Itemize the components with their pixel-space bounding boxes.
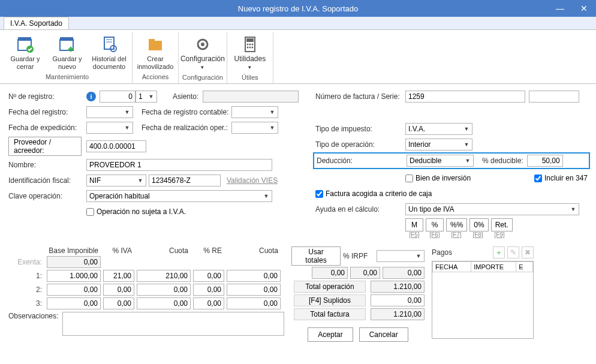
r1-cuota2[interactable]: [227, 270, 281, 282]
idfiscal-value-input[interactable]: [149, 175, 221, 186]
pagos-delete-icon[interactable]: ✖: [522, 246, 534, 258]
head-iva: % IVA: [103, 246, 134, 255]
observ-label: Observaciones:: [8, 312, 62, 320]
ayudacalc-label: Ayuda en el cálculo:: [315, 205, 405, 213]
calc-pct-button[interactable]: %: [426, 218, 444, 231]
svg-rect-5: [104, 37, 114, 49]
titlebar: Nuevo registro de I.V.A. Soportado — ✕: [0, 0, 596, 17]
irpf-combo[interactable]: ▼: [377, 250, 425, 262]
incl347-checkbox[interactable]: Incluir en 347: [534, 174, 588, 182]
utilities-button[interactable]: Utilidades▾: [231, 34, 269, 73]
serie-input[interactable]: [529, 91, 579, 103]
tab-iva-soportado[interactable]: I.V.A. Soportado: [4, 17, 69, 29]
numfact-input[interactable]: [405, 91, 525, 103]
pagos-add-icon[interactable]: ＋: [493, 246, 505, 258]
r2-re[interactable]: [193, 284, 224, 296]
regnum-a-input[interactable]: [100, 91, 136, 103]
r2-iva[interactable]: [103, 284, 134, 296]
close-button[interactable]: ✕: [572, 0, 596, 17]
fecha-real-input[interactable]: ▼: [231, 122, 278, 134]
row2-label: 2:: [8, 285, 44, 294]
calc-pctpct-button[interactable]: %%: [446, 218, 467, 231]
hint-f5: [F5]: [405, 231, 423, 238]
r3-base[interactable]: [47, 297, 101, 309]
idfiscal-type-combo[interactable]: NIF▼: [86, 175, 146, 186]
ribbon: Guardar y cerrar Guardar y nuevo Histori…: [0, 30, 596, 84]
irpf-c: [383, 267, 425, 279]
save-new-button[interactable]: Guardar y nuevo: [48, 34, 86, 72]
svg-point-19: [249, 47, 251, 49]
totalop-value: [371, 281, 425, 293]
usar-totales-button[interactable]: Usar totales: [291, 246, 341, 266]
r1-iva[interactable]: [103, 270, 134, 282]
pctded-input[interactable]: [527, 155, 563, 167]
suplidos-label[interactable]: [F4] Suplidos: [294, 294, 366, 306]
hint-f7: [F7]: [446, 231, 466, 238]
totalfact-label: Total factura: [294, 308, 366, 320]
pagos-head-importe: IMPORTE: [471, 262, 516, 272]
row1-label: 1:: [8, 272, 44, 280]
head-irpf: % IRPF: [343, 252, 374, 260]
head-cuota1: Cuota: [137, 246, 191, 255]
minimize-button[interactable]: —: [548, 0, 572, 17]
config-button[interactable]: Configuración▾: [183, 34, 222, 73]
proveedor-button[interactable]: Proveedor / acreedor:: [8, 137, 82, 156]
fecha-reg-input[interactable]: ▼: [86, 106, 133, 118]
r3-iva[interactable]: [103, 297, 134, 309]
gear-icon: [193, 35, 212, 54]
r3-cuota1[interactable]: [137, 297, 191, 309]
no-sujeta-checkbox[interactable]: Operación no sujeta a I.V.A.: [86, 207, 186, 216]
pagos-table[interactable]: FECHA IMPORTE E: [432, 261, 533, 272]
group-utils-label: Útiles: [231, 73, 269, 82]
claveop-combo[interactable]: Operación habitual▼: [86, 190, 272, 202]
fecha-reg-cont-input[interactable]: ▼: [231, 106, 278, 118]
svg-rect-10: [149, 39, 155, 42]
r2-base[interactable]: [47, 284, 101, 296]
row3-label: 3:: [8, 299, 44, 308]
tipoimp-combo[interactable]: I.V.A.▼: [405, 123, 472, 135]
r3-cuota2[interactable]: [227, 297, 281, 309]
claveop-label: Clave operación:: [8, 192, 86, 200]
totalfact-value: [371, 308, 425, 320]
ayudacalc-combo[interactable]: Un tipo de IVA▼: [405, 203, 579, 215]
suplidos-value[interactable]: [371, 294, 425, 306]
row-exenta-label: Exenta:: [8, 258, 44, 266]
r1-base[interactable]: [47, 270, 101, 282]
calc-m-button[interactable]: M: [405, 218, 423, 231]
observ-textarea[interactable]: [62, 312, 284, 336]
fecha-exp-input[interactable]: ▼: [86, 122, 133, 134]
svg-point-17: [251, 44, 253, 46]
fecha-real-label: Fecha de realización oper.:: [142, 124, 231, 132]
save-new-icon: [58, 35, 77, 54]
calculator-icon: [240, 35, 260, 54]
save-close-button[interactable]: Guardar y cerrar: [6, 34, 44, 72]
calc-zero-button[interactable]: 0%: [469, 218, 488, 231]
aceptar-button[interactable]: Aceptar: [308, 327, 353, 342]
calc-ret-button[interactable]: Ret.: [491, 218, 513, 231]
pagos-edit-icon[interactable]: ✎: [507, 246, 519, 258]
tipoop-combo[interactable]: Interior▼: [405, 139, 472, 151]
deduccion-combo[interactable]: Deducible▼: [407, 155, 474, 167]
r2-cuota2[interactable]: [227, 284, 281, 296]
head-base: Base Imponible: [47, 246, 101, 255]
hint-f8: [F8]: [469, 231, 487, 238]
info-icon[interactable]: i: [86, 92, 96, 101]
create-fixed-asset-button[interactable]: Crear inmovilizado: [136, 34, 174, 72]
regnum-b-combo[interactable]: 1▼: [136, 91, 157, 103]
vies-link[interactable]: Validación VIES: [227, 176, 278, 185]
group-actions-label: Acciones: [136, 72, 174, 82]
bieninv-checkbox[interactable]: Bien de inversión: [405, 174, 471, 182]
critcaja-checkbox[interactable]: Factura acogida a criterio de caja: [315, 189, 432, 198]
r1-cuota1[interactable]: [137, 270, 191, 282]
svg-point-16: [249, 44, 251, 46]
totalop-label: Total operación: [294, 281, 366, 293]
r3-re[interactable]: [193, 297, 224, 309]
r1-re[interactable]: [193, 270, 224, 282]
r2-cuota1[interactable]: [137, 284, 191, 296]
svg-rect-1: [18, 37, 31, 41]
history-button[interactable]: Historial del documento: [90, 34, 128, 72]
irpf-b: [350, 267, 380, 279]
cancelar-button[interactable]: Cancelar: [359, 327, 408, 342]
proveedor-input[interactable]: [86, 140, 146, 152]
nombre-input[interactable]: [86, 159, 272, 171]
